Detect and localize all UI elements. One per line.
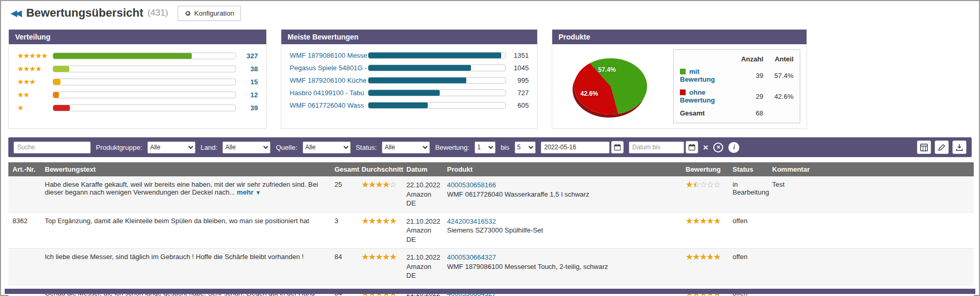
calendar-from-icon[interactable] [611, 141, 624, 153]
calendar-to-icon[interactable] [686, 141, 698, 153]
dashboard-panels: Verteilung ★★★★★ 327 ★★★★ 38 ★★★ 15 [8, 29, 972, 129]
product-name: Siemens SZ73000 Spülhilfe-Set [447, 226, 677, 235]
product-name: WMF 1879086100 Messerset Touch, 2-teilig… [447, 262, 677, 272]
review-text-cell: Habe diese Karaffe gekauft, weil wir ber… [41, 176, 330, 212]
reviews-table: Art.-Nr. Bewertungstext Gesamt Durchschn… [8, 162, 974, 296]
land-select[interactable]: Alle [222, 141, 270, 153]
datum-cell: 21.10.2022Amazon DE [402, 212, 443, 249]
footer-bar [5, 289, 975, 294]
col-produkt[interactable]: Produkt [443, 162, 681, 176]
artnr-cell [8, 249, 41, 285]
product-link[interactable]: WMF 1879206100 Küche [290, 76, 368, 84]
col-bewertung[interactable]: Bewertung [681, 162, 728, 176]
panel-produkte-title: Produkte [552, 30, 807, 44]
distribution-row-5-stars: ★★★★★ 327 [17, 52, 258, 60]
ean-link[interactable]: 4000530664327 [447, 253, 496, 261]
star-rating-icon: ★★★★ [17, 65, 53, 73]
review-bar-fill [368, 65, 471, 71]
durchschnitt-cell: ☆☆☆☆☆★★★★★ [357, 212, 402, 249]
review-bar-fill [368, 78, 466, 83]
search-input[interactable] [14, 141, 91, 153]
legend-row-ohne-bewertung: ohne Bewertung 29 42.6% [679, 86, 795, 107]
panel-meiste-bewertungen: Meiste Bewertungen WMF 1879086100 Messe … [281, 29, 538, 129]
review-bar-track [368, 102, 506, 109]
datum-cell: 21.10.2022Amazon DE [402, 249, 443, 285]
ean-link[interactable]: 4000530658166 [447, 181, 496, 189]
clear-filter-icon[interactable]: × [703, 143, 709, 152]
distribution-row-4-stars: ★★★★ 38 [17, 65, 258, 73]
red-swatch-icon [680, 89, 686, 95]
produkt-cell: 4000530658166WMF 0617726040 Wasserkaraff… [443, 176, 681, 212]
review-bar-track [368, 65, 506, 71]
rating-count-link[interactable]: 327 [236, 52, 258, 60]
top-product-row: WMF 1879206100 Küche 995 [290, 76, 529, 84]
import-download-icon[interactable] [952, 140, 966, 154]
quelle-select[interactable]: Alle [303, 141, 351, 153]
rating-count-link[interactable]: 15 [236, 78, 258, 86]
ean-link[interactable]: 4242003416532 [447, 217, 496, 225]
rating-count-link[interactable]: 39 [236, 104, 258, 112]
bis-label: bis [501, 144, 510, 151]
review-text: Ich liebe diese Messer, sind täglich im … [45, 253, 304, 261]
products-pie-chart: 57.4% 42.6% [559, 53, 663, 120]
bewertung-cell: ☆☆☆☆☆★★★★★ [681, 212, 728, 249]
mehr-link[interactable]: mehr ▼ [237, 188, 261, 196]
distribution-row-2-stars: ★★ 12 [17, 91, 258, 99]
rating-count-link[interactable]: 38 [236, 65, 258, 73]
rating-bar-fill [53, 53, 192, 59]
review-count: 1351 [506, 52, 529, 59]
col-bewertungstext[interactable]: Bewertungstext [41, 162, 330, 176]
average-stars: ☆☆☆☆☆★★★★★ [362, 181, 396, 189]
col-kommentar[interactable]: Kommentar [768, 162, 974, 176]
bewertung-cell: ☆☆☆☆☆★★★★★ [681, 176, 728, 212]
product-link[interactable]: Pegasus Spiele 54801G - [290, 64, 368, 72]
rating-bar-fill [53, 105, 70, 111]
edit-pencil-icon[interactable] [935, 140, 949, 154]
export-table-icon[interactable] [917, 140, 931, 154]
rating-count-link[interactable]: 12 [236, 91, 258, 99]
review-text-cell: Top Ergänzung, damit alle Kleinteile bei… [41, 212, 330, 249]
bewertung-from-select[interactable]: 1 [475, 141, 495, 153]
info-icon[interactable]: i [728, 142, 739, 153]
source: Amazon DE [406, 226, 439, 244]
product-link[interactable]: WMF 1879086100 Messe [290, 52, 368, 59]
reset-circle-icon[interactable]: × [713, 143, 723, 152]
bewertung-to-select[interactable]: 5 [515, 141, 536, 153]
legend-anteil [764, 107, 795, 120]
col-durchschnitt[interactable]: Durchschnitt [357, 162, 402, 176]
product-link[interactable]: Hasbro 04199100 - Tabu [290, 89, 368, 97]
panel-meiste-title: Meiste Bewertungen [281, 30, 537, 44]
rating-bar-fill [53, 92, 59, 98]
col-datum[interactable]: Datum [402, 162, 443, 176]
star-rating-icon: ★★★★★ [17, 52, 53, 60]
konfiguration-button[interactable]: Konfiguration [178, 6, 241, 21]
col-artnr[interactable]: Art.-Nr. [8, 162, 41, 176]
product-link[interactable]: WMF 0617726040 Wass [290, 101, 368, 109]
review-count: 727 [506, 89, 529, 97]
status-select[interactable]: Alle [382, 141, 430, 153]
top-header: ◀◀ Bewertungsübersicht (431) Konfigurati… [1, 1, 979, 25]
filter-bar: Produktgruppe: Alle Land: Alle Quelle: A… [8, 137, 972, 157]
quelle-label: Quelle: [276, 144, 297, 151]
back-icon[interactable]: ◀◀ [10, 8, 20, 19]
source: Amazon DE [406, 262, 439, 280]
review-row: 8362 Top Ergänzung, damit alle Kleinteil… [8, 212, 974, 249]
review-count: 1045 [506, 64, 529, 72]
review-text-cell: Ich liebe diese Messer, sind täglich im … [41, 249, 330, 285]
rating-bar-track [53, 92, 236, 98]
bewertung-cell: ☆☆☆☆☆★★★★★ [681, 249, 728, 285]
artnr-cell [8, 176, 41, 212]
table-header-row: Art.-Nr. Bewertungstext Gesamt Durchschn… [8, 162, 974, 176]
legend-anzahl: 39 [734, 65, 764, 86]
star-rating-icon: ★★ [17, 91, 53, 99]
date-from-input[interactable] [541, 141, 610, 153]
produktgruppe-label: Produktgruppe: [96, 144, 142, 151]
status-cell: in Bearbeitung [728, 176, 768, 212]
produktgruppe-select[interactable]: Alle [147, 141, 195, 153]
date-to-input[interactable] [629, 141, 684, 153]
rating-stars: ☆☆☆☆☆★★★★★ [686, 181, 721, 189]
durchschnitt-cell: ☆☆☆☆☆★★★★★ [357, 249, 402, 285]
star-rating-icon: ★★★ [17, 78, 53, 86]
col-status[interactable]: Status [728, 162, 768, 176]
col-gesamt[interactable]: Gesamt [330, 162, 357, 176]
